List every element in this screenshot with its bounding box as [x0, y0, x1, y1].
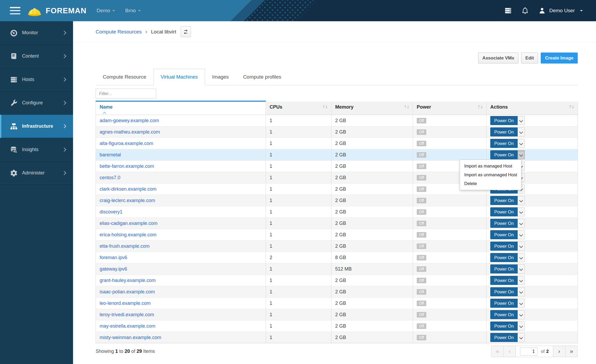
tab-images[interactable]: Images: [205, 69, 236, 85]
associate-vms-button[interactable]: Associate VMs: [478, 53, 518, 63]
power-on-button[interactable]: Power On: [490, 150, 518, 159]
power-on-button[interactable]: Power On: [490, 287, 518, 296]
filter-input[interactable]: [96, 89, 156, 99]
sidebar-item-hosts[interactable]: Hosts: [0, 68, 73, 91]
power-on-button[interactable]: Power On: [490, 276, 518, 285]
notifications-bell-icon[interactable]: [521, 7, 529, 15]
vm-name-link[interactable]: foreman.ipv6: [100, 255, 127, 260]
sidebar-item-configure[interactable]: Configure: [0, 91, 73, 115]
power-actions-caret-button[interactable]: [518, 299, 525, 308]
column-header-power[interactable]: Power↑↓: [413, 101, 487, 115]
administer-icon: [10, 169, 18, 177]
power-actions-caret-button[interactable]: [518, 196, 525, 205]
power-on-button[interactable]: Power On: [490, 242, 518, 251]
vm-name-link[interactable]: baremetal: [100, 152, 121, 157]
power-on-button[interactable]: Power On: [490, 253, 518, 262]
next-page-button[interactable]: ›: [553, 346, 565, 357]
menu-item-delete[interactable]: Delete: [460, 179, 521, 188]
power-on-button[interactable]: Power On: [490, 196, 518, 205]
table-row: craig-leclerc.example.com12 GBOffPower O…: [96, 195, 578, 206]
vm-name-link[interactable]: grant-hauley.example.com: [100, 278, 156, 283]
vm-power-cell: Off: [413, 241, 487, 252]
vm-name-link[interactable]: adam-goewey.example.com: [100, 118, 159, 123]
sort-arrows-icon[interactable]: ↑↓: [568, 104, 574, 109]
power-on-button[interactable]: Power On: [490, 219, 518, 228]
column-header-memory[interactable]: Memory↑↓: [331, 101, 413, 115]
power-actions-caret-button[interactable]: [518, 310, 525, 319]
power-actions-caret-button[interactable]: [518, 219, 525, 228]
power-on-button[interactable]: Power On: [490, 230, 518, 239]
power-actions-caret-button[interactable]: [518, 264, 525, 273]
sidebar-item-content[interactable]: Content: [0, 45, 73, 68]
resource-switcher-button[interactable]: →←: [181, 26, 191, 37]
vm-name-link[interactable]: clark-dirksen.example.com: [100, 186, 156, 192]
sidebar-item-infrastructure[interactable]: Infrastructure: [0, 115, 73, 138]
power-on-button[interactable]: Power On: [490, 333, 518, 342]
power-on-button[interactable]: Power On: [490, 310, 518, 319]
tab-compute-resource[interactable]: Compute Resource: [96, 69, 154, 85]
chevron-right-icon: [62, 54, 66, 58]
power-actions-caret-button[interactable]: [518, 207, 525, 216]
tab-compute-profiles[interactable]: Compute profiles: [236, 69, 288, 85]
power-on-button[interactable]: Power On: [490, 127, 518, 136]
tab-virtual-machines[interactable]: Virtual Machines: [154, 69, 205, 85]
sort-arrows-icon[interactable]: ↑↓: [403, 104, 409, 109]
vm-name-link[interactable]: misty-weinman.example.com: [100, 335, 161, 340]
power-on-button[interactable]: Power On: [490, 139, 518, 148]
sidebar-item-administer[interactable]: Administer: [0, 161, 73, 185]
power-actions-caret-button[interactable]: [518, 322, 525, 331]
org-context-menu[interactable]: Demo: [97, 8, 115, 14]
vm-name-link[interactable]: erica-holsing.example.com: [100, 232, 156, 237]
last-page-button[interactable]: »: [565, 346, 577, 357]
power-actions-caret-button[interactable]: [518, 127, 525, 136]
sort-arrows-icon[interactable]: ↑↓: [477, 104, 483, 109]
create-image-button[interactable]: Create Image: [541, 53, 578, 63]
column-header-cpus[interactable]: CPUs↑↓: [266, 101, 331, 115]
vm-name-link[interactable]: alta-figuroa.example.com: [100, 141, 153, 146]
power-actions-caret-button[interactable]: [518, 276, 525, 285]
power-actions-caret-button[interactable]: [518, 116, 525, 125]
previous-page-button[interactable]: ‹: [504, 346, 516, 357]
hamburger-menu-icon[interactable]: [10, 7, 20, 14]
foreman-brand[interactable]: FOREMAN: [27, 4, 87, 18]
rack-icon[interactable]: [504, 7, 512, 15]
power-actions-caret-button[interactable]: [518, 150, 525, 159]
power-status-badge: Off: [417, 301, 426, 306]
edit-button[interactable]: Edit: [521, 53, 538, 63]
power-on-button[interactable]: Power On: [490, 299, 518, 308]
power-actions-caret-button[interactable]: [518, 139, 525, 148]
vm-name-link[interactable]: centos7.0: [100, 175, 120, 180]
power-actions-caret-button[interactable]: [518, 230, 525, 239]
sidebar-item-insights[interactable]: Insights: [0, 138, 73, 161]
vm-name-link[interactable]: bette-farron.example.com: [100, 164, 154, 169]
vm-name-link[interactable]: elias-cadigan.example.com: [100, 221, 157, 226]
vm-name-link[interactable]: leo-lenord.example.com: [100, 301, 151, 306]
breadcrumb-link-compute-resources[interactable]: Compute Resources: [96, 29, 142, 35]
vm-name-link[interactable]: isaac-polian.example.com: [100, 289, 155, 294]
menu-item-import-as-managed-host[interactable]: Import as managed Host: [460, 162, 521, 170]
vm-name-link[interactable]: discovery1: [100, 209, 122, 215]
vm-name-link[interactable]: craig-leclerc.example.com: [100, 198, 155, 203]
power-actions-caret-button[interactable]: [518, 333, 525, 342]
power-on-button[interactable]: Power On: [490, 116, 518, 125]
vm-name-link[interactable]: may-estrella.example.com: [100, 323, 155, 329]
vm-name-link[interactable]: etta-frush.example.com: [100, 243, 150, 249]
first-page-button[interactable]: «: [491, 346, 504, 357]
current-page-input[interactable]: [520, 348, 538, 356]
power-on-button[interactable]: Power On: [490, 322, 518, 331]
location-context-menu[interactable]: Brno: [125, 8, 141, 14]
vm-name-link[interactable]: gateway.ipv6: [100, 266, 127, 272]
sidebar-item-monitor[interactable]: Monitor: [0, 21, 73, 45]
power-actions-caret-button[interactable]: [518, 287, 525, 296]
power-on-button[interactable]: Power On: [490, 207, 518, 216]
user-menu[interactable]: Demo User: [538, 7, 583, 15]
vm-name-link[interactable]: leroy-trivedi.example.com: [100, 312, 154, 317]
column-header-actions[interactable]: Actions↑↓: [487, 101, 578, 115]
sort-arrows-icon[interactable]: ↑↓: [322, 104, 327, 109]
power-on-button[interactable]: Power On: [490, 264, 518, 273]
column-header-name[interactable]: Name: [96, 101, 266, 115]
menu-item-import-as-unmanaged-host[interactable]: Import as unmanaged Host: [460, 170, 521, 179]
power-actions-caret-button[interactable]: [518, 242, 525, 251]
power-actions-caret-button[interactable]: [518, 253, 525, 262]
vm-name-link[interactable]: agnes-matheu.example.com: [100, 129, 160, 135]
